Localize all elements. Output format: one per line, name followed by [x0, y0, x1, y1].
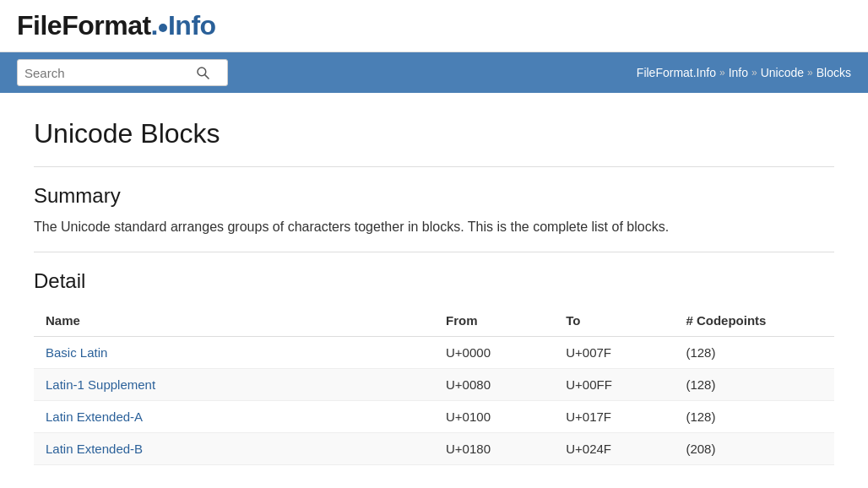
breadcrumb-info[interactable]: Info	[729, 66, 748, 79]
breadcrumb-sep-2: »	[751, 67, 757, 79]
table-row: Latin-1 SupplementU+0080U+00FF(128)	[34, 369, 834, 401]
table-header-row: Name From To # Codepoints	[34, 305, 834, 337]
page-title: Unicode Blocks	[34, 118, 834, 149]
search-container[interactable]	[17, 59, 228, 86]
table-cell-from: U+0080	[434, 369, 554, 401]
table-row: Latin Extended-BU+0180U+024F(208)	[34, 433, 834, 465]
svg-line-1	[205, 75, 209, 79]
table-cell-name: Latin Extended-B	[34, 433, 434, 465]
logo-format: Format	[62, 10, 150, 41]
divider-2	[34, 252, 834, 252]
row-name-link[interactable]: Latin-1 Supplement	[46, 377, 155, 392]
summary-title: Summary	[34, 184, 834, 208]
breadcrumb-blocks: Blocks	[816, 66, 851, 79]
breadcrumb-fileformat[interactable]: FileFormat.Info	[637, 66, 716, 79]
main-content: Unicode Blocks Summary The Unicode stand…	[0, 93, 868, 488]
table-header: Name From To # Codepoints	[34, 305, 834, 337]
header: FileFormat.Info	[0, 0, 868, 52]
breadcrumb-sep-3: »	[807, 67, 813, 79]
table-cell-codepoints: (128)	[674, 401, 834, 433]
col-header-codepoints: # Codepoints	[674, 305, 834, 337]
col-header-from: From	[434, 305, 554, 337]
detail-table: Name From To # Codepoints Basic LatinU+0…	[34, 305, 834, 465]
svg-point-0	[198, 68, 206, 76]
table-row: Basic LatinU+0000U+007F(128)	[34, 337, 834, 369]
table-cell-codepoints: (128)	[674, 337, 834, 369]
table-cell-codepoints: (208)	[674, 433, 834, 465]
logo-file: File	[17, 10, 62, 41]
logo-text: FileFormat.Info	[17, 10, 216, 41]
col-header-name: Name	[34, 305, 434, 337]
divider-1	[34, 166, 834, 167]
row-name-link[interactable]: Latin Extended-A	[46, 409, 143, 424]
table-cell-from: U+0100	[434, 401, 554, 433]
row-name-link[interactable]: Latin Extended-B	[46, 442, 143, 456]
table-cell-name: Basic Latin	[34, 337, 434, 369]
table-cell-to: U+017F	[554, 401, 674, 433]
table-cell-from: U+0180	[434, 433, 554, 465]
table-cell-name: Latin-1 Supplement	[34, 369, 434, 401]
table-cell-to: U+024F	[554, 433, 674, 465]
summary-text: The Unicode standard arranges groups of …	[34, 220, 834, 235]
table-row: Latin Extended-AU+0100U+017F(128)	[34, 401, 834, 433]
table-cell-to: U+007F	[554, 337, 674, 369]
table-cell-codepoints: (128)	[674, 369, 834, 401]
table-cell-name: Latin Extended-A	[34, 401, 434, 433]
search-input[interactable]	[24, 66, 193, 80]
logo[interactable]: FileFormat.Info	[17, 10, 851, 41]
navbar: FileFormat.Info » Info » Unicode » Block…	[0, 52, 868, 93]
row-name-link[interactable]: Basic Latin	[46, 345, 107, 360]
search-button[interactable]	[193, 63, 212, 82]
detail-title: Detail	[34, 269, 834, 293]
breadcrumb-unicode[interactable]: Unicode	[761, 66, 804, 79]
breadcrumb: FileFormat.Info » Info » Unicode » Block…	[637, 66, 851, 79]
logo-dot-circle	[159, 24, 167, 32]
search-icon	[195, 65, 210, 80]
col-header-to: To	[554, 305, 674, 337]
breadcrumb-sep-1: »	[719, 67, 725, 79]
logo-dot: .	[151, 10, 168, 41]
table-cell-from: U+0000	[434, 337, 554, 369]
table-cell-to: U+00FF	[554, 369, 674, 401]
logo-info: Info	[168, 10, 216, 41]
table-body: Basic LatinU+0000U+007F(128)Latin-1 Supp…	[34, 337, 834, 465]
